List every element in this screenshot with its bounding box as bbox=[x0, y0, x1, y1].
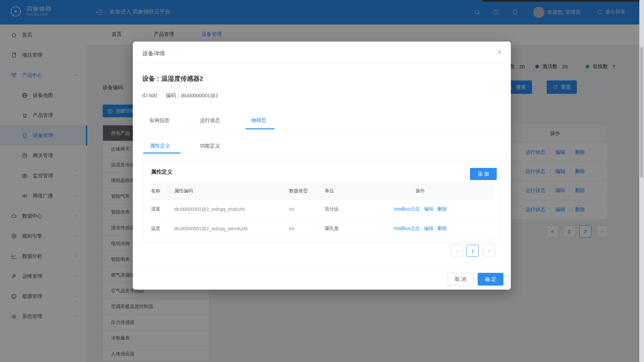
device-id: ID:500 bbox=[142, 93, 157, 99]
delete-link[interactable]: 删除 bbox=[437, 226, 447, 232]
attr-name: 温度 bbox=[151, 226, 174, 232]
modal-subtab-bar: 属性定义 功能定义 bbox=[133, 141, 511, 153]
attr-name: 湿度 bbox=[151, 206, 174, 212]
active-subtab-underline bbox=[143, 153, 180, 154]
modal-close-button[interactable] bbox=[496, 49, 503, 55]
device-name: 设备：温湿度传感器2 bbox=[142, 74, 203, 83]
modbus-point-link[interactable]: modbus点位 bbox=[394, 226, 420, 232]
modal-pagination-prev[interactable]: < bbox=[451, 245, 463, 257]
modal-pagination-next[interactable]: > bbox=[483, 245, 495, 257]
cancel-button[interactable]: 取 消 bbox=[447, 273, 474, 286]
close-icon bbox=[496, 49, 503, 55]
modal-title: 设备详情 bbox=[142, 50, 165, 57]
col-header-type: 数据类型 bbox=[289, 188, 325, 194]
confirm-button[interactable]: 确 定 bbox=[478, 273, 503, 286]
modal-tab-bar: 实例信息 运行状态 物模型 bbox=[133, 111, 511, 129]
device-meta-row: ID:500 编码：dtu00000001@2 bbox=[142, 93, 218, 99]
edit-link[interactable]: 编辑 bbox=[424, 206, 433, 212]
add-attribute-button[interactable]: 添 加 bbox=[470, 168, 497, 180]
app-screen: 四象物聯 sxlinks.com 欢迎进入 四象物联云平台 欢迎您, 管理员 退… bbox=[0, 0, 644, 362]
device-code: 编码：dtu00000001@2 bbox=[166, 93, 218, 99]
attribute-table: 名称 属性编码 数据类型 单位 操作 湿度 dtu00000001@2_wdcg… bbox=[151, 183, 494, 238]
subtab-function-definition[interactable]: 功能定义 bbox=[200, 143, 220, 149]
attr-code: dtu00000001@2_wdcgq_shiduzhi bbox=[174, 206, 289, 212]
attribute-table-header: 名称 属性编码 数据类型 单位 操作 bbox=[151, 183, 494, 199]
attr-type: int bbox=[289, 206, 325, 212]
col-header-unit: 单位 bbox=[325, 188, 373, 194]
card-title: 属性定义 bbox=[151, 169, 172, 176]
tab-instance-info[interactable]: 实例信息 bbox=[149, 117, 169, 124]
attribute-row: 湿度 dtu00000001@2_wdcgq_shiduzhi int 百分比 … bbox=[151, 199, 494, 219]
edit-link[interactable]: 编辑 bbox=[424, 226, 433, 232]
delete-link[interactable]: 删除 bbox=[437, 206, 447, 212]
col-header-code: 属性编码 bbox=[174, 188, 289, 194]
device-code-value: dtu00000001@2 bbox=[181, 93, 218, 98]
attr-type: int bbox=[289, 226, 325, 231]
attribute-row: 温度 dtu00000001@2_wdcgq_wenduzhi int 摄氏度 … bbox=[151, 219, 494, 238]
attr-unit: 摄氏度 bbox=[325, 226, 373, 232]
device-detail-modal: 设备详情 设备：温湿度传感器2 ID:500 编码：dtu00000001@2 … bbox=[133, 42, 511, 290]
tab-thing-model[interactable]: 物模型 bbox=[251, 117, 266, 124]
modal-pagination-page-1[interactable]: 1 bbox=[467, 245, 479, 257]
scrollbar-thumb[interactable] bbox=[640, 47, 643, 178]
page-scrollbar bbox=[639, 0, 644, 362]
tab-run-status[interactable]: 运行状态 bbox=[200, 117, 220, 124]
attr-code: dtu00000001@2_wdcgq_wenduzhi bbox=[174, 226, 289, 231]
col-header-ops: 操作 bbox=[373, 188, 467, 194]
subtab-attribute-definition[interactable]: 属性定义 bbox=[150, 143, 170, 149]
device-code-label: 编码： bbox=[166, 93, 181, 98]
attr-unit: 百分比 bbox=[325, 206, 373, 212]
modbus-point-link[interactable]: modbus点位 bbox=[394, 206, 420, 212]
active-tab-underline bbox=[246, 128, 274, 129]
attribute-definition-card: 属性定义 添 加 名称 属性编码 数据类型 单位 操作 湿度 dtu000000… bbox=[143, 161, 501, 243]
col-header-name: 名称 bbox=[151, 188, 174, 194]
